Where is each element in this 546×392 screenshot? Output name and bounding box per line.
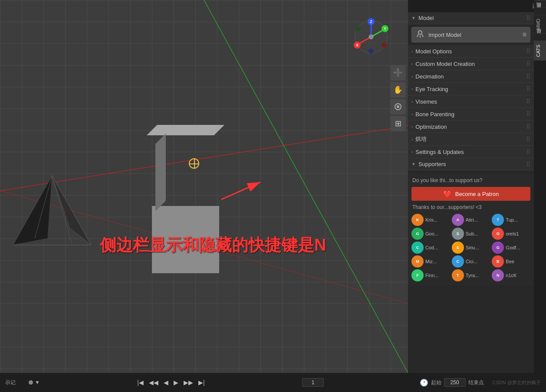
clock-icon: 🕐: [420, 379, 428, 387]
chevron-supporters: ▼: [411, 162, 416, 167]
section-baking[interactable]: › 烘培 ⠿: [408, 133, 534, 146]
jump-to-start-button[interactable]: |◀: [135, 378, 145, 387]
become-patron-button[interactable]: ❤️ Become a Patron: [411, 187, 530, 201]
avatar-name: Bee: [506, 259, 514, 264]
chevron-custom-model: ›: [411, 62, 413, 66]
avatar-item: B Bee: [492, 255, 530, 268]
avatar-item: A Atiri...: [452, 214, 490, 226]
avatar-item: G Godf...: [492, 242, 530, 254]
chevron-eye-tracking: ›: [411, 87, 413, 91]
keyframe-dropdown[interactable]: ▼: [35, 379, 40, 385]
bottom-right-controls: 🕐 起始 结束点: [420, 378, 484, 387]
bottom-left-label: 示记: [5, 379, 16, 386]
avatar-circle: O: [492, 228, 504, 240]
chevron-model-options: ›: [411, 49, 413, 54]
play-button[interactable]: ▶: [172, 378, 180, 387]
avatar-name: n1cK: [506, 273, 516, 278]
avatar-circle: T: [492, 214, 504, 226]
section-optimization-label: Optimization: [415, 124, 447, 130]
viewport-overlay-text: 侧边栏显示和隐藏的快捷键是N: [100, 234, 326, 256]
playback-controls[interactable]: |◀ ◀◀ ◀ ▶ ▶▶ ▶|: [135, 378, 206, 387]
section-model-options[interactable]: › Model Options ⠿: [408, 45, 534, 58]
svg-marker-6: [13, 176, 52, 245]
3d-cube: [152, 121, 226, 195]
avatar-name: Tup...: [506, 217, 518, 222]
section-custom-model-header[interactable]: › Custom Model Creation ⠿: [408, 58, 534, 70]
svg-text:Z: Z: [370, 20, 372, 24]
toolbar-camera-icon[interactable]: [390, 99, 406, 114]
section-baking-label: 烘培: [415, 135, 427, 143]
chevron-decimation: ›: [411, 74, 413, 79]
vtab-cats[interactable]: CATS: [534, 41, 546, 61]
cube-top-face: [147, 125, 224, 135]
avatar-name: Finn...: [425, 273, 439, 278]
section-model-options-header[interactable]: › Model Options ⠿: [408, 45, 534, 57]
prev-frame-button[interactable]: ◀: [162, 378, 170, 387]
end-frame-input[interactable]: [444, 378, 466, 387]
section-custom-model-label: Custom Model Creation: [415, 61, 475, 67]
section-settings-updates-header[interactable]: › Settings & Updates ⠿: [408, 146, 534, 158]
svg-text:X: X: [356, 43, 359, 47]
vtab-caiyangqi[interactable]: 采样: [534, 33, 546, 41]
section-custom-model-left: › Custom Model Creation: [411, 61, 475, 67]
panel-content[interactable]: ▼ Model ⠿ Import Model ≡: [408, 12, 546, 373]
next-frame-skip-button[interactable]: ▶▶: [182, 378, 195, 387]
avatar-item: M Miz...: [411, 255, 450, 268]
avatar-circle: A: [452, 214, 464, 226]
model-drag-handle: ⠿: [526, 15, 530, 22]
section-baking-header[interactable]: › 烘培 ⠿: [408, 133, 534, 145]
chevron-optimization: ›: [411, 124, 413, 129]
section-bone-parenting-header[interactable]: › Bone Parenting ⠿: [408, 108, 534, 120]
drag-handle-optimization: ⠿: [526, 123, 530, 130]
thanks-text: Thanks to our...supporters! <3: [411, 204, 530, 210]
toolbar-grid-icon[interactable]: ⊞: [390, 116, 406, 131]
section-baking-left: › 烘培: [411, 135, 427, 143]
chevron-baking: ›: [411, 137, 413, 142]
section-decimation[interactable]: › Decimation ⠿: [408, 70, 534, 83]
viewport[interactable]: Z Y X ➕ ✋ ⊞ 侧边栏显示: [0, 0, 408, 373]
section-model-options-left: › Model Options: [411, 48, 452, 55]
import-model-button[interactable]: Import Model ≡: [411, 27, 530, 42]
avatar-name: Kris...: [425, 217, 437, 222]
section-decimation-label: Decimation: [415, 73, 444, 80]
vtab-shitu[interactable]: 视图: [534, 7, 546, 15]
section-bone-parenting-left: › Bone Parenting: [411, 111, 454, 118]
avatar-name: Goo...: [425, 231, 438, 236]
section-visemes[interactable]: › Visemes ⠿: [408, 95, 534, 108]
section-settings-updates[interactable]: › Settings & Updates ⠿: [408, 146, 534, 158]
section-optimization-header[interactable]: › Optimization ⠿: [408, 121, 534, 133]
supporters-section-left: ▼ Supporters: [411, 161, 446, 167]
vtab-mmd[interactable]: MMD: [534, 15, 546, 33]
drag-handle-eye-tracking: ⠿: [526, 85, 530, 92]
avatar-item: S Sub...: [452, 228, 490, 240]
toolbar-move-icon[interactable]: ✋: [390, 82, 406, 98]
supporters-section-label: Supporters: [418, 161, 446, 167]
avatar-name: Atiri...: [466, 217, 478, 222]
section-visemes-header[interactable]: › Visemes ⠿: [408, 95, 534, 108]
vtab-xuanxiang[interactable]: 选项: [534, 0, 546, 7]
svg-point-20: [368, 49, 374, 54]
avatar-circle: S: [452, 242, 464, 254]
section-custom-model[interactable]: › Custom Model Creation ⠿: [408, 58, 534, 70]
model-section-label: Model: [418, 15, 434, 21]
supporters-section-header[interactable]: ▼ Supporters ⠿: [408, 158, 534, 170]
step-back-button[interactable]: ◀◀: [147, 378, 160, 387]
drag-handle-baking: ⠿: [526, 136, 530, 143]
chevron-settings-updates: ›: [411, 150, 413, 154]
section-bone-parenting[interactable]: › Bone Parenting ⠿: [408, 108, 534, 121]
drag-handle-visemes: ⠿: [526, 98, 530, 105]
avatar-circle: C: [452, 255, 464, 268]
section-optimization-left: › Optimization: [411, 124, 447, 130]
model-section-header[interactable]: ▼ Model ⠿: [408, 12, 534, 24]
section-eye-tracking[interactable]: › Eye Tracking ⠿: [408, 83, 534, 95]
section-model-options-label: Model Options: [415, 48, 452, 55]
avatar-name: Tyra...: [466, 273, 479, 278]
jump-to-end-button[interactable]: ▶|: [197, 378, 207, 387]
section-eye-tracking-header[interactable]: › Eye Tracking ⠿: [408, 83, 534, 95]
section-optimization[interactable]: › Optimization ⠿: [408, 121, 534, 133]
current-frame-input[interactable]: 1: [302, 378, 324, 387]
import-model-label: Import Model: [428, 32, 461, 38]
keyframe-type[interactable]: ▼: [29, 379, 40, 385]
section-decimation-header[interactable]: › Decimation ⠿: [408, 70, 534, 82]
toolbar-add-icon[interactable]: ➕: [390, 65, 406, 81]
